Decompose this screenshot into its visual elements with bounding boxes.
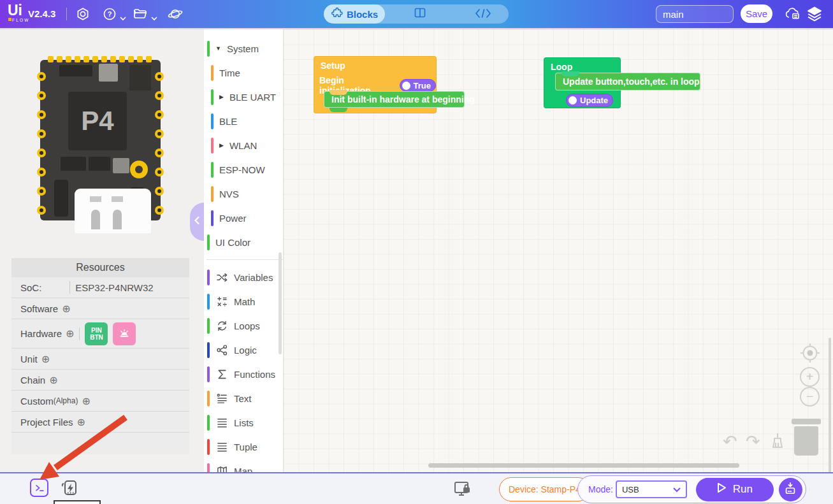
category-label: Tuple <box>234 442 257 452</box>
trash-icon[interactable] <box>792 419 821 424</box>
settings-icon[interactable] <box>75 6 91 22</box>
project-name-input[interactable] <box>656 5 734 23</box>
help-dropdown-chevron-icon[interactable] <box>120 12 126 17</box>
resource-label: Software <box>20 303 58 314</box>
category-label: WLAN <box>229 140 257 151</box>
category-item-variables[interactable]: Variables <box>204 265 283 289</box>
setup-toggle-pill[interactable]: True <box>400 79 436 92</box>
category-item-esp-now[interactable]: ESP-NOW <box>204 157 283 182</box>
tab-split-view[interactable] <box>410 6 430 22</box>
stack-layers-icon[interactable] <box>806 5 821 20</box>
folder-dropdown-chevron-icon[interactable] <box>151 12 157 17</box>
category-color-bar <box>207 391 210 407</box>
category-item-functions[interactable]: Functions <box>204 362 283 386</box>
category-label: NVS <box>219 189 239 199</box>
led-badge[interactable] <box>113 322 136 345</box>
clean-broom-icon[interactable] <box>769 432 786 452</box>
folder-icon[interactable] <box>133 6 148 22</box>
save-button[interactable]: Save <box>741 4 772 23</box>
list-icon <box>215 416 228 429</box>
burn-firmware-button[interactable] <box>59 477 80 499</box>
category-item-power[interactable]: Power <box>204 206 283 230</box>
category-scrollbar[interactable] <box>279 252 282 354</box>
view-mode-tabs: Blocks <box>324 4 509 24</box>
loop-block[interactable]: Loop Update button,touch,etc. in loop Up… <box>544 57 621 108</box>
category-item-nvs[interactable]: NVS <box>204 182 283 206</box>
logo-dot <box>8 18 11 21</box>
add-icon[interactable]: ⊕ <box>62 303 70 315</box>
screen-share-icon[interactable] <box>453 479 472 498</box>
trash-icon[interactable] <box>794 426 818 456</box>
mode-run-group: Mode: USB Run <box>577 475 806 503</box>
resource-row-unit: Unit⊕ <box>11 349 189 370</box>
category-item-loops[interactable]: Loops <box>204 313 283 338</box>
category-label: Variables <box>234 272 273 283</box>
tab-code[interactable] <box>472 6 495 22</box>
category-item-time[interactable]: Time <box>204 61 283 85</box>
category-color-bar <box>207 415 210 431</box>
resource-label: Unit <box>20 354 38 364</box>
mode-select-value: USB <box>622 485 639 494</box>
category-color-bar <box>211 89 214 105</box>
setup-block[interactable]: Setup Begin initialization True Init bui… <box>314 56 437 113</box>
add-icon[interactable]: ⊕ <box>66 328 74 340</box>
undo-icon[interactable]: ↶ <box>723 433 737 450</box>
category-item-wlan[interactable]: ▶WLAN <box>204 133 283 157</box>
uiflow-app: Ui FLOW V2.4.3 ? <box>0 0 833 504</box>
category-color-bar <box>211 65 214 81</box>
shuffle-icon <box>215 271 228 284</box>
category-label: BLE UART <box>229 92 276 103</box>
loop-icon <box>215 319 228 332</box>
category-item-ui-color[interactable]: UI Color <box>204 230 283 254</box>
resource-rows: Software⊕Hardware⊕PINBTNUnit⊕Chain⊕Custo… <box>11 298 189 433</box>
category-item-ble[interactable]: BLE <box>204 109 283 133</box>
collapse-arrow-icon[interactable]: ▼ <box>215 45 221 52</box>
update-loop-label: Update button,touch,etc. in loop <box>563 76 700 87</box>
category-item-lists[interactable]: Lists <box>204 410 283 435</box>
category-item-math[interactable]: Math <box>204 289 283 313</box>
download-to-device-button[interactable] <box>779 478 802 501</box>
category-item-tuple[interactable]: Tuple <box>204 435 283 459</box>
add-icon[interactable]: ⊕ <box>82 395 90 407</box>
canvas-horizontal-scrollbar[interactable] <box>428 463 739 468</box>
help-icon[interactable]: ? <box>102 6 117 22</box>
category-color-bar <box>211 113 214 129</box>
category-item-system[interactable]: ▼System <box>204 36 283 61</box>
category-color-bar <box>211 162 214 178</box>
loop-toggle-label: Update <box>580 96 608 105</box>
expand-arrow-icon[interactable]: ▶ <box>219 94 224 100</box>
zoom-out-button[interactable]: − <box>800 387 820 407</box>
planet-icon[interactable] <box>167 6 182 22</box>
resource-label-suffix: (Alpha) <box>54 396 78 405</box>
recenter-target-icon[interactable] <box>799 342 821 366</box>
mode-select-dropdown[interactable]: USB <box>616 480 687 498</box>
blocks-canvas[interactable]: Setup Begin initialization True Init bui… <box>284 29 833 472</box>
expand-arrow-icon[interactable]: ▶ <box>219 142 224 148</box>
category-color-bar <box>207 41 210 57</box>
category-item-text[interactable]: Text <box>204 386 283 410</box>
puzzle-icon <box>331 7 343 21</box>
loop-block-title: Loop <box>551 62 572 72</box>
uiflow-logo[interactable]: Ui FLOW <box>8 3 31 23</box>
canvas-vertical-scrollbar[interactable] <box>829 338 831 492</box>
category-color-bar <box>211 138 214 154</box>
add-icon[interactable]: ⊕ <box>49 374 57 386</box>
run-button[interactable]: Run <box>696 478 774 501</box>
pin-btn-badge[interactable]: PINBTN <box>85 322 108 345</box>
zoom-in-button[interactable]: + <box>800 367 820 387</box>
tab-blocks[interactable]: Blocks <box>324 4 385 24</box>
redo-icon[interactable]: ↷ <box>746 433 760 450</box>
category-item-ble-uart[interactable]: ▶BLE UART <box>204 85 283 109</box>
panel-collapse-handle[interactable] <box>190 203 204 241</box>
cloud-sync-icon[interactable] <box>784 6 799 21</box>
category-item-logic[interactable]: Logic <box>204 338 283 362</box>
add-icon[interactable]: ⊕ <box>77 416 85 428</box>
device-selector-button[interactable]: Device: Stamp-P4 <box>499 477 590 501</box>
math-icon <box>215 295 228 308</box>
device-chip-label: P4 <box>81 106 114 136</box>
add-icon[interactable]: ⊕ <box>41 353 50 365</box>
category-label: Time <box>219 68 240 78</box>
terminal-button[interactable] <box>30 479 48 497</box>
loop-toggle-pill[interactable]: Update <box>566 94 613 107</box>
category-label: ESP-NOW <box>219 164 265 175</box>
